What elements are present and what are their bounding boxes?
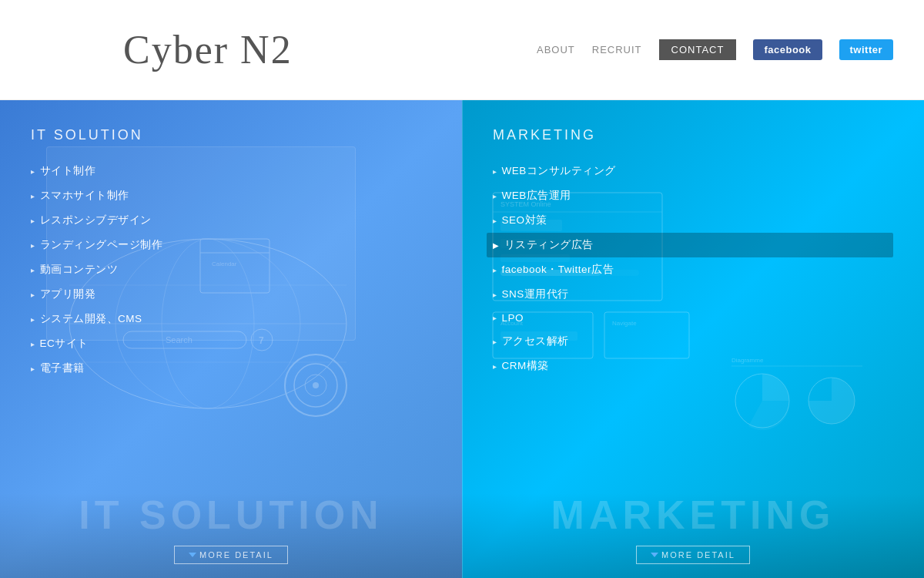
header: Cyber N2 ABOUT RECRUIT CONTACT facebook … [0,0,924,100]
it-solution-menu: サイト制作 スマホサイト制作 レスポンシブデザイン ランディングページ制作 動画… [31,159,431,381]
it-solution-title: IT SOLUTION [31,127,431,143]
right-big-label: MARKETING [551,492,835,538]
left-more-detail-button[interactable]: MORE DETAIL [174,546,288,564]
menu-item-lpo[interactable]: LPO [493,307,893,329]
menu-item-sns-mgmt[interactable]: SNS運用代行 [493,282,893,307]
menu-item-responsive[interactable]: レスポンシブデザイン [31,208,431,233]
left-arrow-down-icon [189,553,196,557]
menu-item-sns-ads[interactable]: facebook・Twitter広告 [493,257,893,282]
menu-item-web-consulting[interactable]: WEBコンサルティング [493,159,893,183]
left-panel-bottom: IT SOLUTION MORE DETAIL [0,493,462,578]
logo: Cyber N2 [123,27,293,72]
navigation: ABOUT RECRUIT CONTACT facebook twitter [537,39,893,60]
menu-item-listing[interactable]: リスティング広告 [487,233,893,257]
menu-item-web-ads[interactable]: WEB広告運用 [493,183,893,208]
menu-item-ebook[interactable]: 電子書籍 [31,356,431,381]
left-big-label: IT SOLUTION [79,492,383,538]
menu-item-crm[interactable]: CRM構築 [493,354,893,378]
menu-item-system[interactable]: システム開発、CMS [31,307,431,331]
menu-item-video[interactable]: 動画コンテンツ [31,257,431,282]
it-solution-panel: Calendar Search 7 IT SOLUTION サイト制作 スマホサ… [0,100,462,578]
main-content: Calendar Search 7 IT SOLUTION サイト制作 スマホサ… [0,100,924,578]
right-arrow-down-icon [651,553,658,557]
nav-facebook[interactable]: facebook [753,39,822,60]
menu-item-site[interactable]: サイト制作 [31,159,431,183]
left-panel-content: IT SOLUTION サイト制作 スマホサイト制作 レスポンシブデザイン ラン… [0,100,462,408]
nav-contact[interactable]: CONTACT [659,39,737,60]
nav-recruit[interactable]: RECRUIT [592,44,642,55]
right-more-detail-button[interactable]: MORE DETAIL [636,546,750,564]
right-panel-content: MARKETING WEBコンサルティング WEB広告運用 SEO対策 リスティ… [462,100,924,405]
menu-item-ec[interactable]: ECサイト [31,331,431,356]
marketing-menu: WEBコンサルティング WEB広告運用 SEO対策 リスティング広告 faceb… [493,159,893,378]
nav-twitter[interactable]: twitter [839,39,894,60]
panel-divider [462,100,463,578]
menu-item-landing[interactable]: ランディングページ制作 [31,233,431,257]
marketing-panel: SYSTEM Online Account Navigate Diagramme [462,100,924,578]
menu-item-app[interactable]: アプリ開発 [31,282,431,307]
left-more-detail-label: MORE DETAIL [199,550,273,560]
menu-item-smartphone[interactable]: スマホサイト制作 [31,183,431,208]
right-more-detail-label: MORE DETAIL [661,550,735,560]
menu-item-access[interactable]: アクセス解析 [493,329,893,354]
nav-about[interactable]: ABOUT [537,44,575,55]
marketing-title: MARKETING [493,127,893,143]
menu-item-seo[interactable]: SEO対策 [493,208,893,233]
right-panel-bottom: MARKETING MORE DETAIL [462,493,924,578]
